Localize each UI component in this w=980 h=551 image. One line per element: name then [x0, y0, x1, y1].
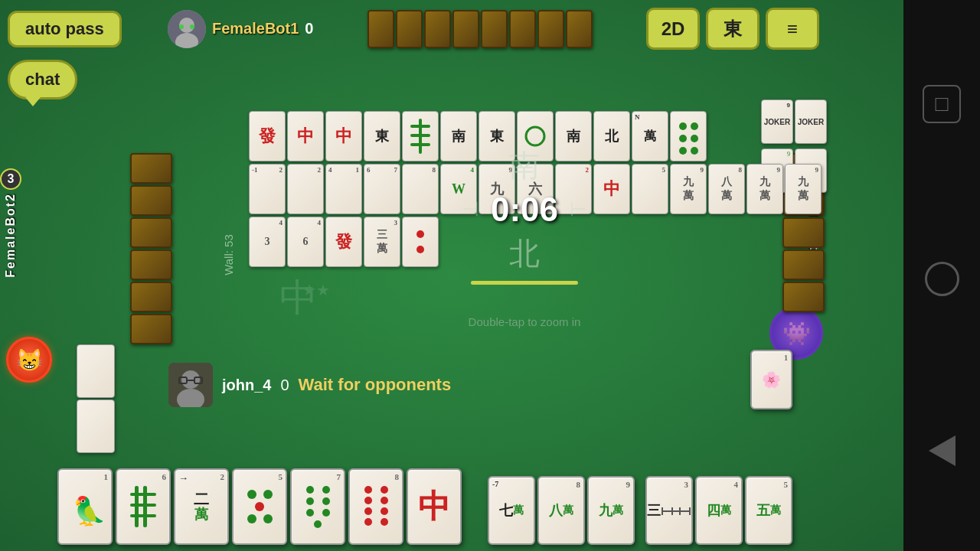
tile-2-wan[interactable]: → 2 二 萬 — [174, 468, 229, 545]
svg-point-10 — [679, 122, 687, 130]
svg-point-44 — [364, 486, 372, 494]
tile-fa[interactable]: 發 — [249, 111, 286, 161]
tile-fa2[interactable]: 發 — [325, 217, 362, 267]
meld-tile-9wan[interactable]: 9 九 萬 — [587, 476, 635, 545]
tile-7-dots[interactable]: 7 — [290, 468, 345, 545]
tile-6-bamboo[interactable]: 6 — [116, 468, 171, 545]
svg-point-42 — [322, 509, 330, 517]
svg-point-41 — [306, 509, 314, 517]
tile-9m[interactable]: 9 九萬 — [670, 164, 707, 214]
bottom-player-score: 0 — [280, 377, 289, 394]
menu-button[interactable]: ≡ — [766, 8, 819, 50]
north-wind-display: 北 — [462, 233, 587, 275]
top-player-name: FemaleBot1 — [212, 20, 299, 37]
tile-num2[interactable]: 2 — [287, 164, 324, 214]
svg-point-17 — [416, 246, 424, 253]
tile-9m3[interactable]: 9 九萬 — [785, 164, 822, 214]
tile-1-bird[interactable]: 1 🦜 — [57, 468, 113, 545]
meld-tile-3[interactable]: 3 三 — [645, 476, 693, 545]
tile-9m2[interactable]: 9 九萬 — [746, 164, 783, 214]
tile-zhong[interactable]: 中 — [407, 468, 462, 545]
meld-tile-5wan[interactable]: 5 五 萬 — [745, 476, 792, 545]
square-icon: □ — [936, 92, 949, 116]
left-stacked-tiles — [77, 344, 115, 453]
svg-point-13 — [691, 135, 698, 142]
svg-point-49 — [381, 507, 388, 515]
svg-point-16 — [416, 230, 424, 238]
left-player-avatar: 😸 — [6, 337, 52, 383]
svg-rect-29 — [130, 493, 156, 496]
left-avatar-area: 😸 — [6, 337, 52, 383]
wind-east-button[interactable]: 東 — [706, 8, 760, 50]
tile-m5[interactable]: 5 — [632, 164, 668, 214]
tile-r3-1[interactable]: 4 3 — [249, 217, 286, 267]
left-player-area: 3 FemaleBot2 — [0, 168, 21, 278]
wait-message: Wait for opponents — [299, 375, 452, 395]
tile-san[interactable]: 3 三萬 — [364, 217, 400, 267]
svg-point-33 — [263, 490, 273, 499]
svg-text:🦜: 🦜 — [72, 494, 103, 527]
meld-tile-7[interactable]: -7 七 萬 — [488, 476, 535, 545]
tile-east[interactable]: 東 — [364, 111, 400, 161]
svg-point-37 — [306, 486, 314, 494]
svg-point-45 — [381, 486, 388, 494]
tile-north1[interactable]: 北 — [593, 111, 630, 161]
svg-point-9 — [526, 127, 544, 145]
top-bar: auto pass FemaleBot1 0 — [0, 8, 827, 50]
view-2d-button[interactable]: 2D — [646, 8, 700, 50]
meld-tile-4wan[interactable]: 4 四 萬 — [695, 476, 743, 545]
tile-m1[interactable]: N 萬 — [632, 111, 668, 161]
tile-zhong2[interactable]: 中 — [325, 111, 362, 161]
back-nav-button[interactable] — [929, 435, 956, 466]
square-nav-button[interactable]: □ — [923, 85, 961, 123]
tile-bam1[interactable] — [402, 111, 439, 161]
svg-point-47 — [381, 497, 388, 504]
tile-zhong1[interactable]: 中 — [287, 111, 324, 161]
svg-point-3 — [179, 24, 184, 29]
tile-r3-2[interactable]: 4 6 — [287, 217, 324, 267]
tile-num3[interactable]: 1 4 — [325, 164, 362, 214]
tile-dots2[interactable] — [402, 217, 439, 267]
tile-8m[interactable]: 8 八萬 — [708, 164, 745, 214]
bottom-player-name: john_4 — [222, 377, 271, 394]
auto-pass-button[interactable]: auto pass — [8, 11, 122, 47]
top-player-score: 0 — [305, 20, 313, 37]
left-player-score: 3 — [0, 168, 21, 190]
timer-right-icon: ⊢ — [570, 197, 587, 221]
svg-point-51 — [381, 518, 388, 526]
svg-point-43 — [314, 520, 322, 528]
left-wall — [130, 153, 172, 344]
tile-dots1[interactable] — [670, 111, 707, 161]
tile-8-dots[interactable]: 8 — [348, 468, 403, 545]
svg-point-15 — [691, 147, 698, 155]
center-info: 南 ⊣ 0:06 ⊢ 北 Double-tap to zoom in — [462, 145, 587, 328]
svg-text:★★: ★★ — [302, 282, 330, 298]
svg-point-46 — [364, 497, 372, 504]
player-hand-tiles: 1 🦜 6 → 2 二 萬 5 — [57, 468, 462, 545]
svg-point-11 — [691, 122, 698, 130]
svg-rect-8 — [410, 143, 430, 146]
tile-zhong3[interactable]: 中 — [593, 164, 630, 214]
double-tap-hint[interactable]: Double-tap to zoom in — [462, 315, 587, 328]
center-play-area[interactable]: Wall: 53 發 中 中 東 南 東 南 北 N — [249, 111, 800, 398]
svg-rect-6 — [410, 125, 430, 128]
meld-tile-8wan[interactable]: 8 八 萬 — [537, 476, 585, 545]
discard-tile[interactable]: 1 🌸 — [750, 350, 792, 409]
svg-point-38 — [322, 486, 330, 494]
timer-left-icon: ⊣ — [462, 197, 479, 221]
tile-num1[interactable]: 2 -1 — [249, 164, 286, 214]
chat-button[interactable]: chat — [8, 60, 77, 99]
tile-5-dots[interactable]: 5 — [232, 468, 287, 545]
svg-rect-31 — [130, 514, 156, 517]
svg-point-12 — [679, 135, 687, 142]
circle-nav-button[interactable] — [925, 262, 959, 296]
svg-point-34 — [255, 502, 264, 511]
tile-num5[interactable]: 8 — [402, 164, 439, 214]
player-meld-tiles: -7 七 萬 8 八 萬 9 九 萬 3 三 — [488, 476, 792, 545]
progress-bar — [471, 281, 578, 285]
tile-num4[interactable]: 7 6 — [364, 164, 400, 214]
svg-rect-30 — [130, 504, 156, 507]
svg-point-39 — [306, 497, 314, 505]
svg-point-40 — [322, 497, 330, 505]
svg-point-4 — [190, 24, 194, 29]
